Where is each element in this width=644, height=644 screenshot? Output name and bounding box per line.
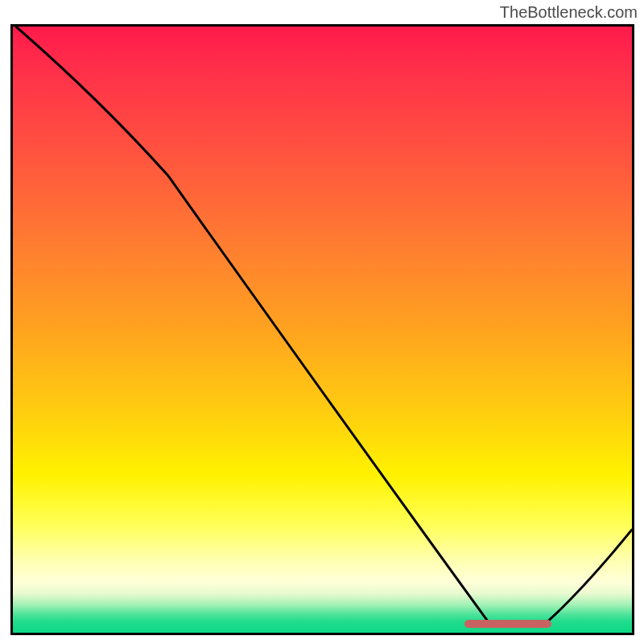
curve-path (16, 27, 632, 624)
plot-area (10, 24, 634, 635)
attribution-text: TheBottleneck.com (500, 3, 638, 22)
optimal-range-marker (464, 620, 551, 628)
bottleneck-curve (13, 27, 632, 633)
chart-frame: TheBottleneck.com (0, 0, 644, 644)
